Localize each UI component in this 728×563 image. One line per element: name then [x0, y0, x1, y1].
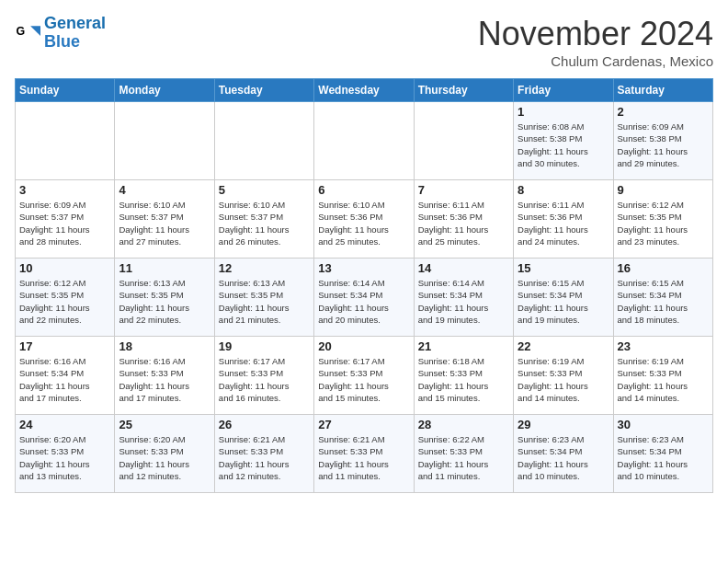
day-number: 28 [418, 418, 509, 431]
calendar-cell: 13Sunrise: 6:14 AM Sunset: 5:34 PM Dayli… [314, 259, 414, 337]
calendar-cell [414, 102, 513, 180]
calendar-cell: 30Sunrise: 6:23 AM Sunset: 5:34 PM Dayli… [613, 415, 712, 493]
calendar-week-row: 3Sunrise: 6:09 AM Sunset: 5:37 PM Daylig… [16, 180, 713, 259]
cell-info: Sunrise: 6:12 AM Sunset: 5:35 PM Dayligh… [19, 277, 110, 326]
day-of-week-header: Tuesday [214, 79, 313, 102]
calendar-cell: 9Sunrise: 6:12 AM Sunset: 5:35 PM Daylig… [613, 180, 712, 259]
calendar-cell: 28Sunrise: 6:22 AM Sunset: 5:33 PM Dayli… [414, 415, 513, 493]
day-number: 15 [518, 261, 609, 275]
day-number: 9 [618, 183, 709, 197]
page-header: G General Blue November 2024 Chulum Card… [15, 15, 713, 69]
cell-info: Sunrise: 6:16 AM Sunset: 5:33 PM Dayligh… [119, 355, 210, 404]
calendar-cell: 26Sunrise: 6:21 AM Sunset: 5:33 PM Dayli… [214, 415, 313, 493]
day-number: 4 [119, 183, 210, 197]
day-number: 8 [518, 183, 609, 197]
cell-info: Sunrise: 6:23 AM Sunset: 5:34 PM Dayligh… [618, 433, 709, 482]
day-number: 1 [518, 105, 609, 119]
day-number: 19 [219, 339, 310, 353]
calendar-table: SundayMondayTuesdayWednesdayThursdayFrid… [15, 78, 713, 493]
location: Chulum Cardenas, Mexico [478, 53, 713, 69]
calendar-cell: 29Sunrise: 6:23 AM Sunset: 5:34 PM Dayli… [514, 415, 613, 493]
day-number: 14 [418, 261, 509, 275]
day-number: 23 [618, 339, 709, 353]
day-number: 25 [119, 418, 210, 431]
calendar-cell [214, 102, 313, 180]
day-number: 30 [618, 418, 709, 431]
calendar-cell: 21Sunrise: 6:18 AM Sunset: 5:33 PM Dayli… [414, 337, 513, 415]
calendar-cell: 19Sunrise: 6:17 AM Sunset: 5:33 PM Dayli… [214, 337, 313, 415]
cell-info: Sunrise: 6:14 AM Sunset: 5:34 PM Dayligh… [318, 277, 409, 326]
cell-info: Sunrise: 6:17 AM Sunset: 5:33 PM Dayligh… [219, 355, 310, 404]
cell-info: Sunrise: 6:21 AM Sunset: 5:33 PM Dayligh… [318, 433, 409, 482]
svg-marker-1 [30, 26, 40, 36]
calendar-cell: 23Sunrise: 6:19 AM Sunset: 5:33 PM Dayli… [613, 337, 712, 415]
logo-blue: Blue [44, 32, 80, 51]
day-number: 29 [518, 418, 609, 431]
cell-info: Sunrise: 6:15 AM Sunset: 5:34 PM Dayligh… [518, 277, 609, 326]
day-number: 2 [618, 105, 709, 119]
calendar-cell: 11Sunrise: 6:13 AM Sunset: 5:35 PM Dayli… [115, 259, 214, 337]
title-block: November 2024 Chulum Cardenas, Mexico [478, 15, 713, 69]
calendar-cell: 20Sunrise: 6:17 AM Sunset: 5:33 PM Dayli… [314, 337, 414, 415]
cell-info: Sunrise: 6:11 AM Sunset: 5:36 PM Dayligh… [418, 199, 509, 247]
calendar-cell: 16Sunrise: 6:15 AM Sunset: 5:34 PM Dayli… [613, 259, 712, 337]
day-number: 20 [318, 339, 409, 353]
cell-info: Sunrise: 6:20 AM Sunset: 5:33 PM Dayligh… [119, 433, 210, 482]
calendar-cell: 24Sunrise: 6:20 AM Sunset: 5:33 PM Dayli… [16, 415, 115, 493]
cell-info: Sunrise: 6:09 AM Sunset: 5:37 PM Dayligh… [19, 199, 110, 247]
day-number: 24 [19, 418, 110, 431]
cell-info: Sunrise: 6:09 AM Sunset: 5:38 PM Dayligh… [618, 121, 709, 169]
day-number: 17 [19, 339, 110, 353]
calendar-cell: 22Sunrise: 6:19 AM Sunset: 5:33 PM Dayli… [514, 337, 613, 415]
calendar-week-row: 1Sunrise: 6:08 AM Sunset: 5:38 PM Daylig… [16, 102, 713, 180]
calendar-week-row: 24Sunrise: 6:20 AM Sunset: 5:33 PM Dayli… [16, 415, 713, 493]
calendar-cell: 5Sunrise: 6:10 AM Sunset: 5:37 PM Daylig… [214, 180, 313, 259]
calendar-cell: 12Sunrise: 6:13 AM Sunset: 5:35 PM Dayli… [214, 259, 313, 337]
day-number: 22 [518, 339, 609, 353]
cell-info: Sunrise: 6:20 AM Sunset: 5:33 PM Dayligh… [19, 433, 110, 482]
calendar-cell: 18Sunrise: 6:16 AM Sunset: 5:33 PM Dayli… [115, 337, 214, 415]
day-number: 6 [318, 183, 409, 197]
month-title: November 2024 [478, 15, 713, 53]
cell-info: Sunrise: 6:17 AM Sunset: 5:33 PM Dayligh… [318, 355, 409, 404]
logo-text: General Blue [44, 15, 106, 52]
cell-info: Sunrise: 6:11 AM Sunset: 5:36 PM Dayligh… [518, 199, 609, 247]
logo: G General Blue [15, 15, 106, 52]
cell-info: Sunrise: 6:23 AM Sunset: 5:34 PM Dayligh… [518, 433, 609, 482]
calendar-cell [314, 102, 414, 180]
cell-info: Sunrise: 6:13 AM Sunset: 5:35 PM Dayligh… [119, 277, 210, 326]
day-of-week-header: Thursday [414, 79, 513, 102]
svg-text:G: G [17, 24, 26, 37]
calendar-cell: 14Sunrise: 6:14 AM Sunset: 5:34 PM Dayli… [414, 259, 513, 337]
cell-info: Sunrise: 6:10 AM Sunset: 5:37 PM Dayligh… [219, 199, 310, 247]
calendar-cell: 17Sunrise: 6:16 AM Sunset: 5:34 PM Dayli… [16, 337, 115, 415]
day-number: 27 [318, 418, 409, 431]
day-of-week-header: Sunday [16, 79, 115, 102]
day-of-week-header: Friday [514, 79, 613, 102]
cell-info: Sunrise: 6:21 AM Sunset: 5:33 PM Dayligh… [219, 433, 310, 482]
cell-info: Sunrise: 6:10 AM Sunset: 5:37 PM Dayligh… [119, 199, 210, 247]
day-of-week-header: Wednesday [314, 79, 414, 102]
calendar-week-row: 10Sunrise: 6:12 AM Sunset: 5:35 PM Dayli… [16, 259, 713, 337]
calendar-cell: 10Sunrise: 6:12 AM Sunset: 5:35 PM Dayli… [16, 259, 115, 337]
cell-info: Sunrise: 6:08 AM Sunset: 5:38 PM Dayligh… [518, 121, 609, 169]
day-number: 3 [19, 183, 110, 197]
cell-info: Sunrise: 6:22 AM Sunset: 5:33 PM Dayligh… [418, 433, 509, 482]
cell-info: Sunrise: 6:10 AM Sunset: 5:36 PM Dayligh… [318, 199, 409, 247]
cell-info: Sunrise: 6:12 AM Sunset: 5:35 PM Dayligh… [618, 199, 709, 247]
cell-info: Sunrise: 6:14 AM Sunset: 5:34 PM Dayligh… [418, 277, 509, 326]
cell-info: Sunrise: 6:13 AM Sunset: 5:35 PM Dayligh… [219, 277, 310, 326]
calendar-week-row: 17Sunrise: 6:16 AM Sunset: 5:34 PM Dayli… [16, 337, 713, 415]
logo-general: General [44, 14, 106, 32]
calendar-cell [16, 102, 115, 180]
calendar-cell: 7Sunrise: 6:11 AM Sunset: 5:36 PM Daylig… [414, 180, 513, 259]
day-of-week-header: Saturday [613, 79, 712, 102]
cell-info: Sunrise: 6:15 AM Sunset: 5:34 PM Dayligh… [618, 277, 709, 326]
calendar-cell: 25Sunrise: 6:20 AM Sunset: 5:33 PM Dayli… [115, 415, 214, 493]
day-number: 12 [219, 261, 310, 275]
calendar-cell: 15Sunrise: 6:15 AM Sunset: 5:34 PM Dayli… [514, 259, 613, 337]
calendar-cell: 1Sunrise: 6:08 AM Sunset: 5:38 PM Daylig… [514, 102, 613, 180]
calendar-cell [115, 102, 214, 180]
day-number: 11 [119, 261, 210, 275]
calendar-cell: 27Sunrise: 6:21 AM Sunset: 5:33 PM Dayli… [314, 415, 414, 493]
